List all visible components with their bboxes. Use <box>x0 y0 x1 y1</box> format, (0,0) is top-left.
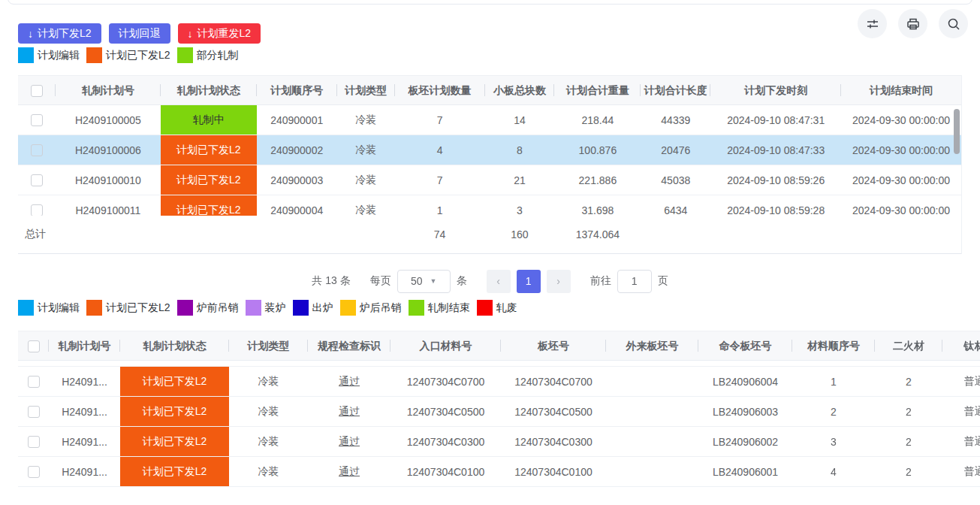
goto-page-input[interactable] <box>617 270 652 293</box>
row-checkbox[interactable] <box>31 174 43 186</box>
plan-send-l2-button[interactable]: ↓ 计划下发L2 <box>18 23 101 44</box>
legend-item-plan-edit: 计划编辑 <box>18 47 80 63</box>
plan-no-cell: H24091... <box>49 427 120 456</box>
printer-icon <box>906 17 920 31</box>
color-swatch <box>340 300 356 316</box>
legend-item-partial-rolled: 部分轧制 <box>177 47 239 63</box>
send-time-cell: 2024-09-10 08:47:33 <box>710 135 841 165</box>
table-row-selected[interactable]: H2409100006 计划已下发L2 240900002 冷装 4 8 100… <box>18 135 961 165</box>
filter-settings-button[interactable] <box>858 9 887 38</box>
table-row[interactable]: H2409100011 计划已下发L2 240900004 冷装 1 3 31.… <box>18 195 961 216</box>
col-total-length: 计划合计长度 <box>641 75 710 105</box>
table-row[interactable]: H24091... 计划已下发L2 冷装 通过 12407304C0100 12… <box>18 457 980 487</box>
row-checkbox[interactable] <box>31 204 43 216</box>
total-length-cell: 20476 <box>641 135 710 165</box>
col-plan-type: 计划类型 <box>229 331 308 361</box>
legend-item-plan-sent-l2: 计划已下发L2 <box>86 47 170 63</box>
check-flag-link[interactable]: 通过 <box>339 435 360 449</box>
second-fire-cell: 2 <box>875 457 942 486</box>
plan-type-cell: 冷装 <box>337 135 395 165</box>
table-row[interactable]: H2409100005 轧制中 240900001 冷装 7 14 218.44… <box>18 105 961 135</box>
plan-resend-l2-button[interactable]: ↓ 计划重发L2 <box>178 23 261 44</box>
row-checkbox[interactable] <box>28 436 40 448</box>
legend-label: 计划已下发L2 <box>106 301 170 315</box>
end-time-cell: 2024-09-30 00:00:00 <box>841 135 961 165</box>
order-slab-no-cell: LB240906002 <box>698 427 792 456</box>
next-page-button[interactable]: › <box>547 270 571 293</box>
order-slab-no-cell: LB240906001 <box>698 457 792 486</box>
material-seq-cell: 2 <box>792 397 875 426</box>
table-tool-buttons <box>858 9 968 38</box>
summary-slab-count: 74 <box>395 228 485 240</box>
current-page-number: 1 <box>526 275 532 287</box>
plan-no-cell: H24091... <box>49 457 120 486</box>
arrow-down-icon: ↓ <box>188 28 193 40</box>
piece-count-cell: 3 <box>485 195 555 216</box>
total-length-cell: 45038 <box>641 165 710 195</box>
print-button[interactable] <box>898 9 927 38</box>
row-checkbox[interactable] <box>28 466 40 478</box>
titanium-cell: 普通 <box>942 367 980 396</box>
plan-rollback-button[interactable]: 计划回退 <box>109 23 170 44</box>
page-size-select[interactable]: 50 ▼ <box>397 270 451 293</box>
summary-total-weight: 1374.064 <box>554 228 641 240</box>
vertical-scrollbar[interactable] <box>954 109 960 154</box>
material-table: 轧制计划号 轧制计划状态 计划类型 规程检查标识 入口材料号 板坯号 外来板坯号… <box>18 331 980 487</box>
plan-toolbar: ↓ 计划下发L2 计划回退 ↓ 计划重发L2 <box>18 23 261 44</box>
color-swatch <box>477 300 493 316</box>
legend-item: 炉后吊销 <box>340 300 402 316</box>
plan-status-legend: 计划编辑 计划已下发L2 部分轧制 <box>18 47 246 63</box>
second-fire-cell: 2 <box>875 397 942 426</box>
titanium-cell: 普通 <box>942 457 980 486</box>
col-total-weight: 计划合计重量 <box>554 75 641 105</box>
col-entry-material-no: 入口材料号 <box>390 331 501 361</box>
row-checkbox[interactable] <box>31 144 43 156</box>
legend-label: 计划编辑 <box>38 301 80 315</box>
plan-no-cell: H24091... <box>49 367 120 396</box>
external-slab-no-cell <box>606 397 698 426</box>
slab-count-cell: 7 <box>395 105 485 135</box>
plan-type-cell: 冷装 <box>229 367 308 396</box>
check-flag-link[interactable]: 通过 <box>339 405 360 419</box>
table-row[interactable]: H24091... 计划已下发L2 冷装 通过 12407304C0700 12… <box>18 367 980 397</box>
total-length-cell: 44339 <box>641 105 710 135</box>
row-checkbox[interactable] <box>28 406 40 418</box>
prev-page-button[interactable]: ‹ <box>487 270 511 293</box>
slab-no-cell: 12407304C0300 <box>501 427 606 456</box>
table-row[interactable]: H2409100010 计划已下发L2 240900003 冷装 7 21 22… <box>18 165 961 195</box>
select-all-checkbox[interactable] <box>31 85 43 97</box>
entry-material-no-cell: 12407304C0500 <box>390 397 501 426</box>
row-checkbox[interactable] <box>31 114 43 126</box>
chevron-down-icon: ▼ <box>430 277 437 285</box>
legend-label: 出炉 <box>312 301 333 315</box>
row-checkbox[interactable] <box>28 376 40 388</box>
titanium-cell: 普通 <box>942 427 980 456</box>
external-slab-no-cell <box>606 427 698 456</box>
table-row[interactable]: H24091... 计划已下发L2 冷装 通过 12407304C0500 12… <box>18 397 980 427</box>
status-badge: 计划已下发L2 <box>161 135 257 165</box>
col-plan-no: 轧制计划号 <box>49 331 120 361</box>
check-flag-link[interactable]: 通过 <box>339 375 360 389</box>
legend-label: 计划编辑 <box>38 49 80 62</box>
legend-label: 炉后吊销 <box>360 301 402 315</box>
entry-material-no-cell: 12407304C0100 <box>390 457 501 486</box>
send-time-cell: 2024-09-10 08:59:28 <box>710 195 841 216</box>
search-button[interactable] <box>939 9 968 38</box>
per-page-label: 每页 <box>370 274 391 288</box>
col-slab-count: 板坯计划数量 <box>395 75 485 105</box>
page-1-button[interactable]: 1 <box>517 270 541 293</box>
col-second-fire: 二火材 <box>875 331 942 361</box>
check-flag-link[interactable]: 通过 <box>339 465 360 479</box>
col-plan-status: 轧制计划状态 <box>161 75 257 105</box>
color-swatch <box>18 300 34 316</box>
col-plan-type: 计划类型 <box>337 75 395 105</box>
total-weight-cell: 221.886 <box>554 165 641 195</box>
legend-item: 计划编辑 <box>18 300 80 316</box>
collapsed-panel-edge <box>8 0 972 5</box>
summary-piece-count: 160 <box>485 228 555 240</box>
table-row[interactable]: H24091... 计划已下发L2 冷装 通过 12407304C0300 12… <box>18 427 980 457</box>
status-badge: 计划已下发L2 <box>161 195 257 216</box>
plan-seq-cell: 240900004 <box>257 195 337 216</box>
material-seq-cell: 1 <box>792 367 875 396</box>
select-all-checkbox[interactable] <box>28 340 40 352</box>
